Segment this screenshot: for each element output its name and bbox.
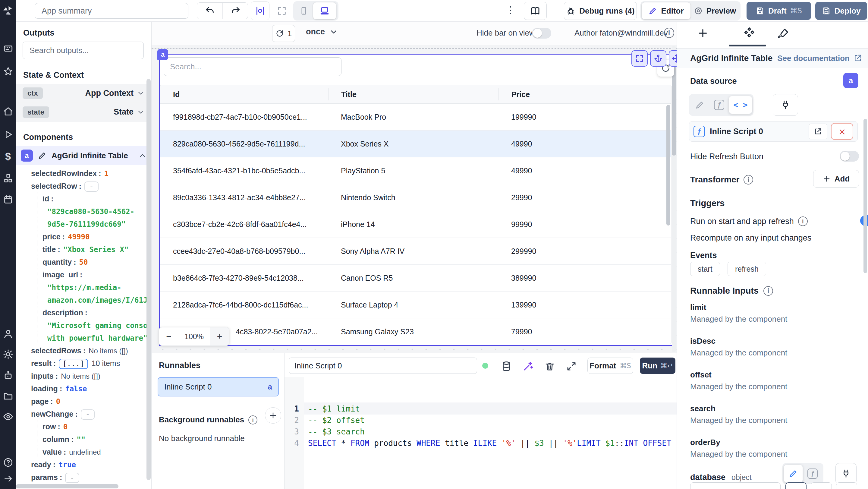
insert-component-tab[interactable] (695, 26, 710, 40)
run-on-start-info-icon[interactable]: i (798, 216, 808, 226)
expand-editor-icon[interactable] (565, 360, 578, 373)
output-tree-row[interactable]: price:49990 (37, 230, 147, 243)
output-tree-row[interactable]: result:[...]10 items (16, 357, 147, 370)
grid-scrollbar[interactable] (666, 105, 670, 225)
anchor-handle-icon[interactable] (650, 50, 666, 67)
delete-trash-icon[interactable] (543, 360, 556, 373)
hide-bar-toggle[interactable] (532, 28, 551, 39)
database-pencil-mode-selected[interactable] (784, 465, 803, 483)
more-options-kebab-icon[interactable]: ⋮ (506, 4, 515, 16)
table-row[interactable]: 829ca080-5630-4562-9d5e-7611199d... Xbox… (160, 130, 671, 157)
table-search-input[interactable] (164, 57, 341, 76)
connect-plug-button[interactable] (773, 94, 798, 116)
output-tree-row[interactable]: with powerful hardware" (37, 332, 147, 344)
background-runnables-info-icon[interactable]: i (248, 416, 257, 425)
home-icon[interactable] (0, 104, 16, 119)
datasource-script-row[interactable]: ƒ Inline Script 0 × (689, 121, 858, 142)
database-plug-button[interactable] (835, 463, 857, 484)
output-collapse-chip[interactable]: - (65, 473, 79, 483)
draft-save-button[interactable]: Draft ⌘S (747, 2, 811, 20)
outputs-vertical-scrollbar[interactable] (147, 79, 151, 480)
output-collapse-chip[interactable]: [...] (59, 359, 88, 369)
redo-button[interactable] (223, 3, 248, 19)
column-header-id[interactable]: Id (160, 88, 328, 100)
variables-dollar-icon[interactable]: $ (0, 149, 16, 163)
collapse-arrow-icon[interactable] (0, 472, 16, 485)
component-list-item[interactable]: a AgGrid Infinite Table (16, 146, 152, 165)
runnable-item[interactable]: Inline Script 0 a (158, 377, 279, 396)
aggrid-table-component[interactable]: Id Title Price f991898d-cb27-4ac7-b10c-0… (159, 54, 673, 346)
output-collapse-chip[interactable]: - (84, 182, 98, 192)
resources-cubes-icon[interactable] (0, 171, 16, 186)
static-pencil-mode[interactable] (690, 96, 710, 114)
editor-tab[interactable]: Editor (642, 2, 690, 19)
add-transformer-button[interactable]: Add (813, 170, 859, 187)
ctx-row[interactable]: ctx App Context (16, 84, 152, 102)
docs-book-button[interactable] (524, 2, 547, 20)
table-row[interactable]: c303bce7-cb2e-42c6-8fdf-6aa01fc4e4... iP… (160, 211, 671, 238)
event-chip-refresh[interactable]: refresh (727, 262, 766, 276)
desktop-view-button[interactable] (313, 2, 336, 19)
component-settings-tab[interactable] (742, 26, 756, 40)
output-tree-row[interactable]: amazon.com/images/I/61JGKho (37, 294, 147, 306)
table-row[interactable]: f991898d-cb27-4ac7-b10c-0b9050ce1... Mac… (160, 104, 671, 130)
output-tree-row[interactable]: loading:false (16, 382, 147, 395)
database-fx-mode[interactable]: ƒ (803, 465, 822, 483)
output-tree-row[interactable]: value:undefined (37, 446, 147, 458)
preview-tab[interactable]: Preview (690, 6, 739, 16)
ai-robot-icon[interactable] (0, 368, 16, 383)
database-action-button[interactable] (811, 482, 832, 489)
output-tree-row[interactable]: ready:true (16, 458, 147, 471)
code-editor[interactable]: 1 2 3 4 -- $1 limit -- $2 offset -- $3 s… (284, 377, 677, 489)
fullwidth-toggle[interactable] (273, 1, 291, 20)
rename-pencil-icon[interactable] (38, 151, 47, 160)
eye-icon[interactable] (0, 409, 16, 424)
output-tree-row[interactable]: quantity:50 (37, 256, 147, 268)
database-action-button[interactable] (785, 482, 807, 489)
runnable-inputs-info-icon[interactable]: i (764, 286, 773, 296)
table-row[interactable]: ccee43dc-27e0-40a8-b768-b09579b0... Sony… (160, 238, 671, 265)
undo-button[interactable] (197, 3, 223, 19)
schedules-calendar-icon[interactable] (0, 192, 16, 207)
output-tree-row[interactable]: selectedRowIndex:1 (16, 167, 147, 180)
open-script-external-button[interactable] (809, 124, 827, 139)
output-tree-row[interactable]: inputs:No items ([]) (16, 370, 147, 382)
ai-wand-icon[interactable] (521, 360, 535, 373)
event-chip-start[interactable]: start (690, 262, 720, 276)
outputs-horizontal-scrollbar[interactable] (16, 484, 119, 488)
schedule-dropdown[interactable]: once (306, 27, 338, 36)
search-outputs-input[interactable] (23, 41, 144, 59)
zoom-out-button[interactable]: − (159, 328, 179, 345)
canvas-grid[interactable]: a Id Title Price f9918 (152, 45, 677, 353)
table-row[interactable]: 354f6afd-43ac-4321-b1bc-0b5e5adcb... Pla… (160, 157, 671, 184)
output-tree-row[interactable]: id: (37, 192, 147, 205)
template-fx-mode[interactable]: ƒ (710, 96, 729, 114)
mobile-view-button[interactable] (294, 2, 313, 19)
script-name-input[interactable] (289, 358, 477, 374)
output-tree-row[interactable]: newChange:- (16, 407, 147, 420)
output-tree-row[interactable]: selectedRow:- (16, 180, 147, 192)
deploy-button[interactable]: Deploy (815, 2, 867, 20)
output-tree-row[interactable]: title:"Xbox Series X" (37, 243, 147, 256)
output-tree-row[interactable]: description: (37, 306, 147, 319)
database-icon[interactable] (500, 360, 513, 373)
output-tree-row[interactable]: "829ca080-5630-4562- (37, 205, 147, 218)
database-resource-input[interactable] (690, 482, 781, 489)
table-row[interactable]: b3e864c8-7fe3-4270-89e9-54c12038... Cano… (160, 265, 671, 292)
app-summary-input[interactable] (35, 3, 188, 19)
windmill-logo[interactable] (0, 4, 16, 18)
zoom-in-button[interactable]: + (210, 328, 229, 345)
table-row[interactable]: 4c83-8022-5e70a07a2... Samsung Galaxy S2… (160, 318, 671, 344)
table-row[interactable]: 2128adca-7fc6-44bd-800c-dc115df6ac... Su… (160, 292, 671, 318)
output-tree-row[interactable]: "Microsoft gaming console (37, 319, 147, 332)
column-header-price[interactable]: Price (498, 88, 671, 100)
expand-handle-icon[interactable] (631, 50, 648, 67)
code-mode-selected[interactable]: < > (729, 96, 752, 114)
output-tree-row[interactable]: "https://m.media- (37, 281, 147, 294)
hide-refresh-toggle[interactable] (840, 151, 859, 161)
styling-brush-tab[interactable] (776, 26, 791, 40)
table-row[interactable]: 89c0a336-1343-4812-ac34-e4bb8e27... Nint… (160, 184, 671, 211)
state-row[interactable]: state State (16, 103, 152, 122)
remove-script-button[interactable]: × (831, 123, 853, 140)
output-tree-row[interactable]: column:"" (37, 433, 147, 446)
